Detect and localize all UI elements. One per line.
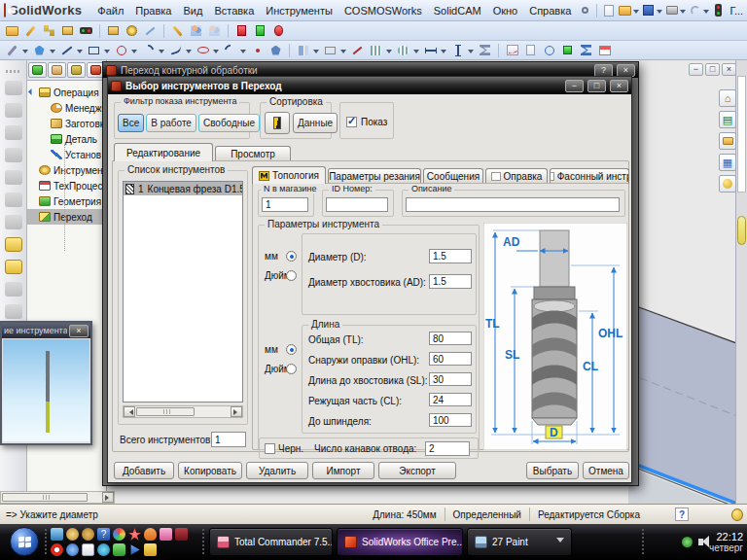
quicklaunch-photoshop-icon[interactable] (175, 528, 188, 541)
quicklaunch-orb-icon[interactable] (113, 528, 125, 541)
tab-form-tool[interactable]: Фасонный инстр. (550, 168, 629, 184)
trim-icon[interactable] (349, 43, 366, 58)
tree-item-tools[interactable]: Инструменты (27, 162, 106, 178)
save-dropdown[interactable] (657, 10, 662, 17)
toolbar-overflow[interactable]: Г... (727, 5, 746, 17)
open-dropdown[interactable] (633, 10, 639, 17)
menu-view[interactable]: Вид (178, 5, 209, 17)
inch-radio-2[interactable] (286, 364, 297, 374)
rebuild-icon[interactable] (78, 23, 94, 39)
point-icon[interactable] (249, 43, 266, 58)
mm-radio[interactable] (286, 251, 297, 262)
print-icon[interactable] (663, 3, 680, 18)
balloon-icon[interactable] (541, 43, 557, 58)
quicklaunch-globe-icon[interactable] (97, 543, 110, 556)
inch-radio[interactable] (286, 270, 297, 281)
quicklaunch-fox-icon[interactable] (144, 528, 157, 541)
shank-diameter-field[interactable] (429, 274, 472, 289)
filter-all-button[interactable]: Все (118, 114, 144, 132)
key-icon[interactable] (169, 23, 186, 39)
checkmark-icon[interactable] (559, 43, 576, 58)
note-icon[interactable] (522, 43, 539, 58)
quicklaunch-phone-icon[interactable] (113, 543, 125, 556)
import-button[interactable]: Импорт (312, 462, 374, 479)
menu-file[interactable]: Файл (91, 5, 129, 17)
menu-solidcam[interactable]: SolidCAM (428, 5, 487, 17)
dialog-close-button[interactable]: × (610, 80, 628, 92)
cutting-length-field[interactable] (429, 393, 472, 406)
relations-icon[interactable] (477, 43, 493, 58)
menu-tools[interactable]: Инструменты (260, 5, 338, 17)
save-icon[interactable] (640, 3, 657, 18)
preview-close-button[interactable]: × (69, 325, 89, 337)
select-icon[interactable] (4, 43, 20, 58)
start-button[interactable] (10, 527, 39, 556)
ghost-people-icon[interactable] (206, 23, 223, 39)
task-group-dropdown[interactable] (556, 538, 564, 546)
quicklaunch-cup-icon[interactable] (160, 528, 172, 541)
tool-box-icon-1[interactable] (5, 237, 22, 252)
material-icon[interactable] (105, 23, 122, 39)
manager-tab-property[interactable] (48, 62, 66, 78)
volume-icon[interactable] (698, 539, 703, 545)
open-folder-icon[interactable] (4, 23, 20, 39)
drawings-icon[interactable]: ▦ (719, 154, 736, 171)
show-checkbox[interactable] (346, 117, 357, 127)
file-explorer-icon[interactable] (719, 132, 736, 150)
tree-item-operation[interactable]: Операция (27, 85, 106, 100)
quicklaunch-help-icon[interactable]: ? (97, 528, 110, 541)
tree-item-stock[interactable]: Заготовка (27, 116, 106, 131)
tree-item-setup[interactable]: Установ (27, 147, 106, 162)
home-icon[interactable]: ⌂ (719, 89, 736, 107)
menu-help[interactable]: Справка (523, 5, 577, 17)
quicklaunch-opera-icon[interactable] (51, 543, 63, 556)
solidworks-resources-icon[interactable] (719, 175, 736, 192)
tab-view[interactable]: Просмотр (215, 146, 291, 161)
manager-tab-features[interactable] (28, 62, 47, 78)
tab-edit[interactable]: Редактирование (114, 143, 213, 161)
menu-edit[interactable]: Правка (129, 5, 177, 17)
quicklaunch-lion-icon[interactable] (66, 528, 79, 541)
diameter-field[interactable] (429, 249, 472, 263)
delete-button[interactable]: Удалить (246, 462, 308, 479)
filter-free-button[interactable]: Свободные (198, 114, 260, 132)
quicklaunch-star-icon[interactable] (128, 528, 141, 541)
tab-topology[interactable]: Топология (252, 166, 326, 184)
tree-item-target[interactable]: Деталь (27, 131, 106, 147)
mirror-icon[interactable] (295, 43, 311, 58)
offset-icon[interactable] (322, 43, 338, 58)
undo-dropdown[interactable] (703, 10, 709, 17)
sort-data-button[interactable]: Данные (293, 113, 338, 133)
spindle-field[interactable] (429, 413, 472, 427)
spline-icon[interactable] (167, 43, 184, 58)
ghost-tool-icon-3[interactable] (5, 125, 22, 140)
move-icon[interactable] (422, 43, 439, 58)
rectangle-icon[interactable] (86, 43, 102, 58)
outside-holder-field[interactable] (429, 352, 472, 366)
search-icon[interactable] (577, 3, 593, 18)
table-icon[interactable] (596, 43, 613, 58)
print-dropdown[interactable] (680, 10, 686, 17)
tab-messages[interactable]: Сообщения (423, 168, 483, 184)
ghost-tool-icon-2[interactable] (5, 103, 22, 118)
new-document-icon[interactable] (600, 3, 617, 18)
ghost-tool-icon-1[interactable] (5, 81, 22, 95)
export-button[interactable]: Экспорт (378, 462, 456, 479)
menu-insert[interactable]: Вставка (208, 5, 260, 17)
dimension-icon[interactable] (449, 43, 466, 58)
sigma-icon[interactable] (578, 43, 594, 58)
scrollbar-track[interactable] (737, 76, 746, 192)
scroll-right-button[interactable] (102, 492, 114, 503)
taskbar-paint[interactable]: 27 Paint (467, 528, 572, 556)
ghost-tool-icon-7[interactable] (5, 215, 22, 229)
menu-window[interactable]: Окно (487, 5, 524, 17)
add-button[interactable]: Добавить (114, 462, 174, 479)
tool-list[interactable]: 1 Концевая фреза D1.5 (123, 181, 243, 402)
tab-holder[interactable]: Оправка (485, 168, 548, 184)
id-field[interactable] (326, 197, 388, 212)
tree-item-process[interactable]: ТехПроцесс (27, 178, 106, 193)
quicklaunch-misc-icon[interactable] (144, 543, 157, 556)
taskbar-solidworks[interactable]: SolidWorks Office Pre... (337, 528, 463, 556)
spellcheck-icon[interactable] (504, 43, 520, 58)
taskbar-total-commander[interactable]: Total Commander 7.5... (209, 528, 333, 556)
